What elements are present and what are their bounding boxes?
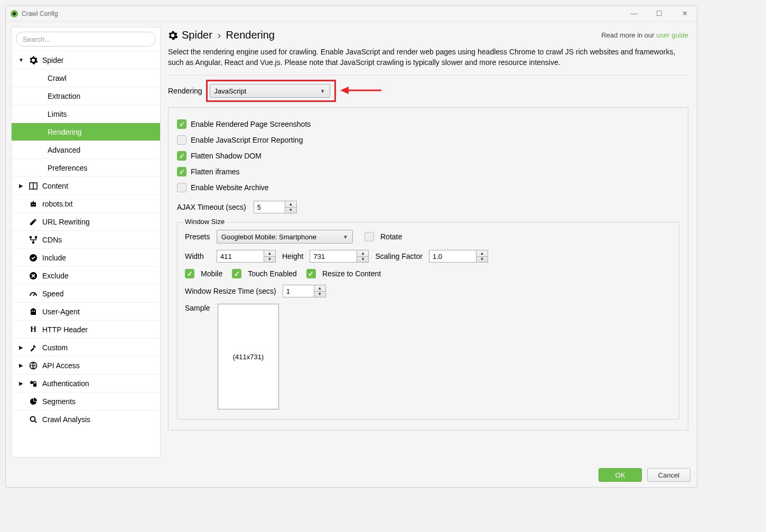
- user-guide-link[interactable]: user guide: [656, 31, 688, 39]
- sidebar-item-exclude[interactable]: Exclude: [12, 266, 160, 284]
- svg-rect-9: [35, 236, 37, 238]
- sidebar-item-label: Spider: [42, 56, 63, 64]
- page-description: Select the rendering engine used for cra…: [168, 46, 688, 68]
- width-label: Width: [185, 252, 210, 260]
- sidebar-item-robots[interactable]: robots.txt: [12, 194, 160, 212]
- svg-line-21: [35, 421, 36, 423]
- presets-label: Presets: [185, 232, 210, 241]
- sidebar-item-url-rewriting[interactable]: URL Rewriting: [12, 212, 160, 230]
- enable-website-archive-checkbox[interactable]: [177, 183, 186, 192]
- height-label: Height: [282, 252, 303, 260]
- caret-right-icon: ▶: [17, 362, 25, 368]
- sidebar-item-crawl[interactable]: Crawl: [12, 69, 160, 87]
- network-icon: [29, 236, 38, 244]
- search-input[interactable]: [16, 32, 156, 46]
- lock-icon: [29, 379, 38, 388]
- crawl-config-window: Crawl Config — ☐ ✕ ▼ Spider Crawl Extrac…: [5, 5, 697, 488]
- svg-rect-16: [34, 311, 35, 312]
- robot-icon: [29, 200, 38, 208]
- flatten-iframes-checkbox[interactable]: [177, 167, 186, 176]
- svg-rect-14: [31, 310, 36, 315]
- tools-icon: [29, 343, 38, 352]
- pencil-icon: [29, 218, 38, 226]
- svg-point-5: [32, 204, 33, 205]
- maximize-button[interactable]: ☐: [651, 10, 667, 17]
- rendering-options: Enable Rendered Page Screenshots Enable …: [168, 107, 688, 431]
- cancel-button[interactable]: Cancel: [647, 468, 690, 482]
- caret-down-icon: ▼: [17, 57, 25, 63]
- check-circle-icon: [29, 254, 38, 262]
- caret-right-icon: ▶: [17, 344, 25, 350]
- mobile-checkbox[interactable]: [185, 269, 194, 278]
- page-header: Spider › Rendering Read more in our user…: [168, 29, 688, 41]
- gear-icon: [168, 31, 178, 40]
- svg-point-20: [31, 416, 35, 421]
- app-icon: [10, 10, 18, 18]
- search-icon: [29, 415, 38, 424]
- x-circle-icon: [29, 272, 38, 280]
- sidebar-item-user-agent[interactable]: User-Agent: [12, 302, 160, 320]
- stepper-down-icon[interactable]: ▼: [285, 208, 296, 213]
- resize-time-label: Window Resize Time (secs): [185, 287, 276, 295]
- resize-time-spinner[interactable]: ▲▼: [283, 285, 326, 297]
- window-size-legend: Window Size: [183, 218, 227, 226]
- sidebar-item-segments[interactable]: Segments: [12, 392, 160, 410]
- chevron-down-icon: ▼: [320, 88, 325, 94]
- width-spinner[interactable]: ▲▼: [217, 250, 276, 263]
- rendering-select[interactable]: JavaScript ▼: [210, 84, 330, 98]
- height-spinner[interactable]: ▲▼: [310, 250, 369, 263]
- sidebar-item-cdns[interactable]: CDNs: [12, 230, 160, 248]
- divider: [168, 75, 688, 76]
- titlebar: Crawl Config — ☐ ✕: [6, 6, 697, 22]
- gauge-icon: [29, 290, 38, 298]
- touch-checkbox[interactable]: [232, 269, 241, 278]
- svg-rect-4: [31, 202, 36, 207]
- scaling-spinner[interactable]: ▲▼: [429, 250, 488, 263]
- building-icon: [29, 307, 38, 316]
- minimize-button[interactable]: —: [626, 10, 642, 17]
- gear-icon: [29, 56, 38, 64]
- pie-icon: [29, 397, 38, 406]
- sidebar-item-http-header[interactable]: H HTTP Header: [12, 320, 160, 338]
- caret-right-icon: ▶: [17, 380, 25, 386]
- enable-js-errors-checkbox[interactable]: [177, 135, 186, 145]
- sidebar-item-api-access[interactable]: ▶ API Access: [12, 356, 160, 374]
- enable-screenshots-checkbox[interactable]: [177, 119, 186, 129]
- h-icon: H: [29, 325, 38, 334]
- sidebar-item-crawl-analysis[interactable]: Crawl Analysis: [12, 410, 160, 428]
- scaling-label: Scaling Factor: [375, 252, 422, 260]
- dialog-footer: OK Cancel: [6, 463, 697, 487]
- svg-line-13: [33, 294, 35, 296]
- sidebar-item-content[interactable]: ▶ Content: [12, 176, 160, 194]
- svg-marker-23: [340, 87, 349, 94]
- ok-button[interactable]: OK: [599, 468, 642, 482]
- stepper-up-icon[interactable]: ▲: [285, 201, 296, 208]
- svg-rect-19: [33, 384, 36, 387]
- sidebar-item-spider[interactable]: ▼ Spider: [12, 51, 160, 69]
- rotate-checkbox[interactable]: [365, 232, 374, 241]
- annotation-arrow: [340, 85, 381, 97]
- ajax-timeout-label: AJAX Timeout (secs): [177, 203, 246, 211]
- sample-preview: (411x731): [218, 304, 279, 409]
- sidebar-item-advanced[interactable]: Advanced: [12, 141, 160, 158]
- sidebar-item-include[interactable]: Include: [12, 248, 160, 266]
- svg-point-6: [34, 204, 35, 205]
- sidebar-item-rendering[interactable]: Rendering: [12, 123, 160, 141]
- sidebar-item-custom[interactable]: ▶ Custom: [12, 338, 160, 356]
- ajax-timeout-spinner[interactable]: ▲▼: [254, 201, 297, 213]
- resize-content-checkbox[interactable]: [306, 269, 316, 278]
- presets-select[interactable]: Googlebot Mobile: Smartphone ▼: [217, 230, 353, 244]
- window-title: Crawl Config: [22, 10, 58, 17]
- sidebar-item-authentication[interactable]: ▶ Authentication: [12, 374, 160, 392]
- sidebar-item-preferences[interactable]: Preferences: [12, 158, 160, 176]
- chevron-down-icon: ▼: [343, 234, 348, 240]
- sidebar-item-extraction[interactable]: Extraction: [12, 87, 160, 105]
- sidebar-item-limits[interactable]: Limits: [12, 105, 160, 123]
- sidebar-item-speed[interactable]: Speed: [12, 284, 160, 302]
- rendering-label: Rendering: [168, 87, 202, 95]
- window-size-group: Window Size Presets Googlebot Mobile: Sm…: [177, 222, 679, 419]
- close-button[interactable]: ✕: [677, 10, 693, 17]
- caret-right-icon: ▶: [17, 183, 25, 189]
- svg-rect-15: [32, 311, 33, 312]
- flatten-shadow-dom-checkbox[interactable]: [177, 151, 186, 161]
